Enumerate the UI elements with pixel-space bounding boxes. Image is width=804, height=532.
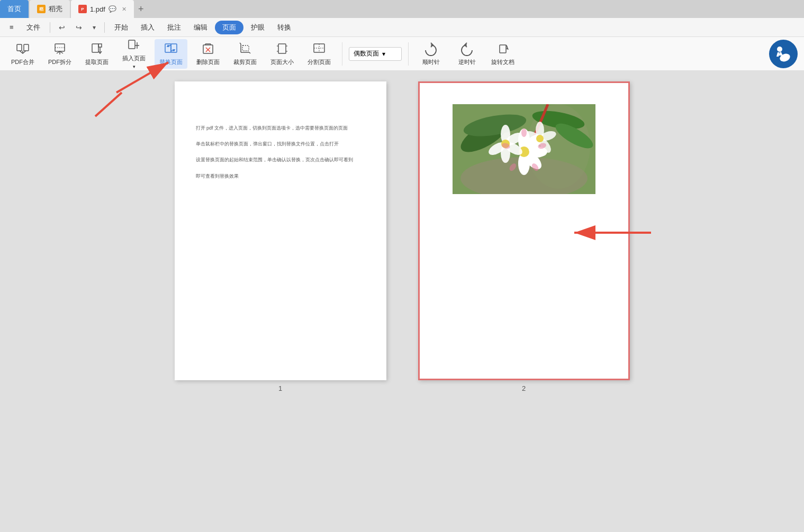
tab-pdf[interactable]: P 1.pdf 💬 ✕ bbox=[71, 0, 134, 18]
pdf-split-label: PDF拆分 bbox=[48, 58, 71, 66]
toolbar-divider-1 bbox=[342, 42, 342, 66]
page-size-icon bbox=[275, 42, 290, 57]
insert-page-icon bbox=[127, 38, 141, 53]
menu-page[interactable]: 页面 bbox=[215, 21, 243, 34]
crop-page-icon bbox=[238, 42, 252, 57]
page-1-container: 打开 pdf 文件，进入页面，切换到页面选项卡，选中需要替换页面的页面 单击鼠标… bbox=[175, 81, 386, 392]
split-page-button[interactable]: 分割页面 bbox=[303, 39, 336, 69]
pdf-page-1[interactable]: 打开 pdf 文件，进入页面，切换到页面选项卡，选中需要替换页面的页面 单击鼠标… bbox=[175, 81, 386, 380]
pdf-merge-label: PDF合并 bbox=[11, 58, 34, 66]
clockwise-icon bbox=[423, 42, 438, 57]
replace-page-label: 替换页面 bbox=[159, 58, 183, 66]
menu-bar: ≡ 文件 ↩ ↪ ▾ 开始 插入 批注 编辑 页面 护眼 转换 bbox=[0, 18, 804, 37]
svg-point-30 bbox=[777, 47, 782, 52]
pdf-merge-button[interactable]: PDF合并 bbox=[6, 39, 39, 69]
page-2-image-area bbox=[420, 83, 628, 194]
svg-rect-31 bbox=[786, 54, 788, 59]
menu-divider-2 bbox=[104, 22, 105, 33]
svg-rect-23 bbox=[278, 44, 286, 53]
svg-point-28 bbox=[770, 41, 797, 67]
pdf-split-button[interactable]: PDF拆分 bbox=[43, 39, 76, 69]
tab-bar: 首页 稻 稻壳 P 1.pdf 💬 ✕ + bbox=[0, 0, 804, 18]
svg-rect-22 bbox=[242, 45, 249, 51]
rotate-doc-button[interactable]: 旋转文档 bbox=[487, 39, 519, 69]
page-1-number: 1 bbox=[278, 384, 282, 392]
menu-protect[interactable]: 护眼 bbox=[246, 21, 270, 34]
counter-clockwise-icon bbox=[459, 42, 474, 57]
replace-page-button[interactable]: 替换页面 bbox=[155, 39, 187, 69]
menu-insert[interactable]: 插入 bbox=[135, 21, 160, 34]
page-2-number: 2 bbox=[522, 384, 526, 392]
clockwise-label: 顺时针 bbox=[422, 58, 440, 66]
tab-add-button[interactable]: + bbox=[134, 4, 148, 15]
page-mode-value: 偶数页面 bbox=[354, 49, 379, 58]
page-mode-dropdown-icon: ▾ bbox=[382, 50, 385, 58]
extract-page-label: 提取页面 bbox=[85, 58, 109, 66]
flower-image bbox=[453, 104, 595, 194]
tab-home-label: 首页 bbox=[7, 4, 21, 14]
page-text-line-2: 单击鼠标栏中的替换页面，弹出窗口，找到替换文件位置，点击打开 bbox=[196, 140, 365, 148]
undo-button[interactable]: ↩ bbox=[55, 21, 69, 34]
pdf-page-2[interactable] bbox=[418, 81, 630, 380]
delete-page-label: 删除页面 bbox=[196, 58, 220, 66]
tab-pdf-label: 1.pdf bbox=[90, 5, 105, 13]
menu-annotate[interactable]: 批注 bbox=[162, 21, 186, 34]
extract-page-button[interactable]: 提取页面 bbox=[80, 39, 113, 69]
insert-page-dropdown[interactable]: ▾ bbox=[133, 64, 135, 69]
page-text-line-1: 打开 pdf 文件，进入页面，切换到页面选项卡，选中需要替换页面的页面 bbox=[196, 124, 365, 132]
page-size-label: 页面大小 bbox=[270, 58, 294, 66]
toolbar: PDF合并 PDF拆分 提取页面 bbox=[0, 37, 804, 71]
pdf-split-icon bbox=[52, 42, 67, 57]
app-tab-icon: 稻 bbox=[37, 5, 46, 13]
menu-divider-1 bbox=[50, 22, 50, 33]
menu-icon[interactable]: ≡ bbox=[4, 21, 19, 33]
split-page-icon bbox=[312, 42, 327, 57]
svg-line-65 bbox=[116, 71, 168, 93]
menu-file[interactable]: 文件 bbox=[21, 21, 46, 34]
svg-rect-7 bbox=[92, 44, 98, 52]
svg-rect-27 bbox=[500, 45, 506, 53]
replace-page-icon bbox=[164, 42, 178, 57]
main-content: 打开 pdf 文件，进入页面，切换到页面选项卡，选中需要替换页面的页面 单击鼠标… bbox=[0, 71, 804, 532]
svg-rect-1 bbox=[24, 44, 29, 51]
clockwise-button[interactable]: 顺时针 bbox=[415, 39, 447, 69]
undo-redo-dropdown[interactable]: ▾ bbox=[88, 22, 100, 33]
pdf-merge-icon bbox=[15, 42, 30, 57]
page-size-button[interactable]: 页面大小 bbox=[266, 39, 299, 69]
logo-svg bbox=[770, 41, 797, 67]
rotate-doc-label: 旋转文档 bbox=[491, 58, 514, 66]
svg-rect-32 bbox=[782, 56, 783, 60]
delete-page-icon bbox=[201, 42, 215, 57]
page-text-line-4: 即可查看到替换效果 bbox=[196, 172, 365, 180]
page-1-text: 打开 pdf 文件，进入页面，切换到页面选项卡，选中需要替换页面的页面 单击鼠标… bbox=[175, 81, 386, 191]
menu-convert[interactable]: 转换 bbox=[272, 21, 296, 34]
logo-area bbox=[769, 40, 798, 68]
svg-point-58 bbox=[521, 129, 527, 137]
insert-page-button[interactable]: 插入页面 ▾ bbox=[118, 39, 150, 69]
delete-page-button[interactable]: 删除页面 bbox=[192, 39, 224, 69]
pdf-tab-icon: P bbox=[78, 5, 87, 13]
counter-clockwise-button[interactable]: 逆时针 bbox=[451, 39, 483, 69]
tab-close-button[interactable]: ✕ bbox=[122, 6, 127, 13]
extract-page-icon bbox=[89, 42, 104, 57]
page-mode-dropdown[interactable]: 偶数页面 ▾ bbox=[349, 47, 402, 61]
flower-svg bbox=[453, 104, 595, 194]
tab-app[interactable]: 稻 稻壳 bbox=[30, 0, 70, 18]
svg-rect-0 bbox=[17, 44, 22, 51]
insert-page-label: 插入页面 bbox=[122, 54, 146, 62]
crop-page-button[interactable]: 裁剪页面 bbox=[229, 39, 261, 69]
app-logo bbox=[769, 40, 798, 68]
arrows-overlay bbox=[0, 71, 804, 532]
svg-rect-9 bbox=[129, 40, 135, 49]
redo-button[interactable]: ↪ bbox=[71, 21, 86, 34]
menu-begin[interactable]: 开始 bbox=[109, 21, 133, 34]
counter-clockwise-label: 逆时针 bbox=[458, 58, 476, 66]
split-page-label: 分割页面 bbox=[308, 58, 331, 66]
page-2-container: 2 bbox=[418, 81, 630, 392]
page-text-line-3: 设置替换页面的起始和结束范围，单击确认以替换，页次点击确认即可看到 bbox=[196, 155, 365, 164]
menu-edit[interactable]: 编辑 bbox=[188, 21, 213, 34]
tab-home[interactable]: 首页 bbox=[0, 0, 29, 18]
tab-message-icon: 💬 bbox=[109, 5, 116, 13]
crop-page-label: 裁剪页面 bbox=[233, 58, 257, 66]
rotate-doc-icon bbox=[495, 42, 510, 57]
